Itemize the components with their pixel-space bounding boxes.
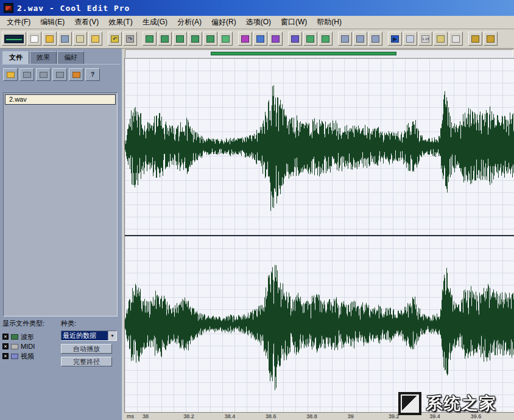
menu-item[interactable]: 编辑(E) [36,16,69,29]
ruler-label: 38.6 [266,413,306,419]
trim-button[interactable] [203,32,217,46]
menu-item[interactable]: 查看(V) [70,16,103,29]
menu-item[interactable]: 选项(O) [242,16,275,29]
edit-view-toggle-button[interactable] [2,32,26,46]
insert-to-cd-button[interactable] [52,68,67,81]
waveform-display[interactable] [124,58,514,412]
filter-label: MIDI [21,343,35,350]
cue-list-button[interactable] [303,32,317,46]
convert-sample-type-button[interactable] [219,32,233,46]
save-as-button[interactable] [73,32,87,46]
paste-button[interactable] [173,32,187,46]
menu-item[interactable]: 窗口(W) [276,16,311,29]
new-file-icon [30,35,38,43]
zoom-icon [406,35,414,43]
menu-item[interactable]: 帮助(H) [312,16,346,29]
tile-windows-button[interactable] [338,32,352,46]
ruler-label: 38.8 [306,413,347,419]
ruler-label: 38 [143,413,183,419]
phase-analysis-button[interactable] [269,32,283,46]
fit-window-icon [371,35,379,43]
type-filter-label: 显示文件类型: [2,319,61,328]
cut-button[interactable] [143,32,157,46]
spectral-view-icon [241,35,249,43]
amplitude-statistics-button[interactable] [288,32,302,46]
copy-button[interactable] [158,32,172,46]
spectral-view-button[interactable] [238,32,252,46]
sort-options-icon [72,72,80,78]
app-icon [4,3,13,13]
cd-track-button[interactable] [449,32,463,46]
menu-item[interactable]: 文件(F) [2,16,35,29]
cue-list-icon [306,35,314,43]
open-file-icon [7,72,15,78]
scripts-gear-button[interactable] [468,32,482,46]
MIDI-type-icon [11,344,18,349]
file-filter-panel: 显示文件类型: 种类: ×波形×MIDI×视频 最近的数据 ▼ 自动播放 完整路… [2,319,118,419]
save-all-button[interactable] [88,32,102,46]
left-channel-waveform[interactable] [125,58,514,235]
redo-icon: ↷ [126,35,134,43]
checkbox-视频[interactable]: × [2,353,9,359]
new-file-button[interactable] [27,32,41,46]
sort-label: 种类: [61,319,76,328]
cut-icon [146,35,153,43]
mix-paste-button[interactable] [188,32,202,46]
sort-options-button[interactable] [69,68,83,81]
help-button[interactable]: ? [85,68,100,81]
mix-paste-icon [191,35,199,43]
menu-item[interactable]: 生成(G) [138,16,172,29]
time-display-button[interactable]: 1:15 [418,32,432,46]
checkbox-波形[interactable]: × [2,334,9,340]
waveform-editor: ms 3838.238.438.638.83939.239.439.6 [124,49,514,420]
save-all-icon [91,35,99,43]
title-bar: 2.wav - Cool Edit Pro [0,0,514,16]
checkbox-MIDI[interactable]: × [2,343,9,349]
ruler-label: 38.2 [183,413,224,419]
chevron-down-icon[interactable]: ▼ [108,331,116,340]
fit-window-button[interactable] [368,32,382,46]
view-range-indicator[interactable] [211,52,396,55]
menu-item[interactable]: 分析(A) [173,16,206,29]
play-icon: ▶ [391,35,399,43]
redo-button[interactable]: ↷ [123,32,137,46]
paste-icon [176,35,184,43]
file-list[interactable]: 2.wav [3,93,118,317]
cascade-windows-button[interactable] [353,32,367,46]
tile-windows-icon [341,35,349,43]
zoom-button[interactable] [403,32,417,46]
menu-item[interactable]: 偏好(R) [207,16,241,29]
right-channel-waveform[interactable] [125,236,514,413]
insert-to-cd-icon [56,72,64,78]
tab-文件[interactable]: 文件 [2,51,29,64]
save-file-button[interactable] [58,32,72,46]
overview-scroll-strip[interactable] [125,49,513,58]
play-button[interactable]: ▶ [388,32,402,46]
close-file-button[interactable] [19,68,34,81]
tab-偏好[interactable]: 偏好 [57,51,84,64]
playlist-button[interactable] [319,32,333,46]
scripts-gear-icon [471,35,479,43]
menu-item[interactable]: 效果(T) [104,16,136,29]
autoplay-button[interactable]: 自动播放 [61,344,112,354]
fullpath-button[interactable]: 完整路径 [61,357,112,366]
grid-snap-button[interactable] [434,32,448,46]
sort-dropdown[interactable]: 最近的数据 ▼ [61,331,117,341]
file-item[interactable]: 2.wav [5,94,116,105]
filter-label: 视频 [21,352,34,361]
settings-gears-button[interactable] [484,32,498,46]
frequency-analysis-button[interactable] [253,32,267,46]
main-toolbar: ↶↷▶1:15 [0,29,514,49]
undo-icon: ↶ [111,35,119,43]
organizer-toolbar: ? [2,64,120,85]
insert-to-multitrack-button[interactable] [36,68,51,81]
copy-icon [161,35,169,43]
undo-button[interactable]: ↶ [108,32,122,46]
watermark-text: 系统之家 [426,393,497,415]
tab-效果[interactable]: 效果 [30,51,57,64]
trim-icon [206,35,214,43]
open-file-button[interactable] [43,32,57,46]
save-as-icon [76,35,84,43]
filter-row-视频: ×视频 [2,351,61,361]
open-file-button[interactable] [3,68,18,81]
